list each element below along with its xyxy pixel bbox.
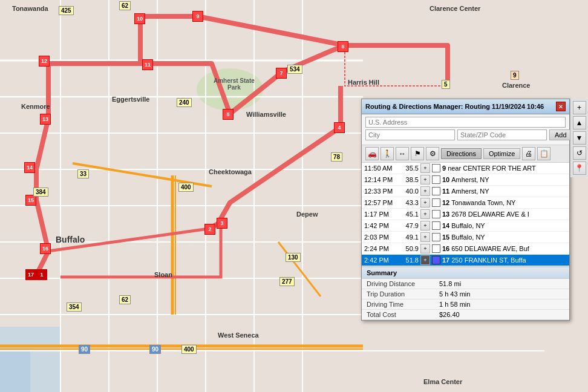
stop-marker-9: 9 (192, 11, 203, 22)
stop-time: 12:14 PM (364, 176, 399, 183)
summary-label: Trip Duration (367, 290, 439, 298)
stop-time: 1:17 PM (364, 211, 399, 218)
route-400: 400 (181, 345, 197, 354)
route-options-icon[interactable]: ↔ (396, 147, 409, 160)
person-icon[interactable]: 🚶 (381, 147, 394, 160)
stop-dist: 47.9 (399, 222, 419, 229)
summary-row-2: Driving Time 1 h 58 min (362, 299, 569, 310)
summary-header: Summary (362, 267, 569, 279)
panel-title: Routing & Directions Manager: Routing 11… (365, 103, 544, 110)
stop-marker-12: 12 (39, 56, 50, 67)
stops-list[interactable]: 11:50 AM 35.5 + 9 near CENTER FOR THE AR… (362, 163, 569, 267)
route-9: 9 (511, 71, 519, 80)
stop-number: 10 (442, 176, 449, 183)
stop-color-box (432, 256, 440, 264)
add-button[interactable]: Add (549, 129, 572, 140)
stop-expand-btn[interactable]: + (420, 175, 430, 185)
panel-close-button[interactable]: × (556, 102, 566, 111)
summary-value: 1 h 58 min (439, 301, 470, 308)
stop-row-8[interactable]: 2:42 PM 51.8 + 17 250 FRANKLIN ST, Buffa (362, 255, 569, 266)
stop-marker-7: 7 (276, 68, 287, 79)
stop-name: near CENTER FOR THE ART (448, 165, 567, 172)
stop-marker-3: 3 (217, 218, 227, 229)
route-33-1: 33 (77, 169, 89, 178)
stop-dist: 35.5 (399, 165, 419, 172)
stop-row-3[interactable]: 12:57 PM 43.3 + 12 Tonawanda Town, NY (362, 197, 569, 209)
stop-number: 13 (442, 211, 449, 218)
stop-name: Tonawanda Town, NY (451, 199, 567, 206)
stop-dist: 45.1 (399, 211, 419, 218)
routing-panel: Routing & Directions Manager: Routing 11… (361, 99, 570, 321)
stop-number: 16 (442, 245, 449, 252)
stop-expand-btn[interactable]: + (420, 186, 430, 196)
stop-name: Buffalo, NY (451, 222, 567, 229)
summary-row-0: Driving Distance 51.8 mi (362, 279, 569, 289)
svg-rect-3 (0, 351, 30, 392)
stop-name: Buffalo, NY (451, 234, 567, 241)
address-input[interactable] (365, 117, 566, 128)
stop-time: 11:50 AM (364, 165, 399, 172)
route-425: 425 (59, 6, 74, 15)
svg-point-1 (197, 68, 263, 111)
stop-marker-11: 11 (142, 59, 153, 70)
stop-time: 12:33 PM (364, 188, 399, 195)
stop-dist: 50.9 (399, 245, 419, 252)
summary-label: Driving Distance (367, 280, 439, 287)
stop-row-4[interactable]: 1:17 PM 45.1 + 13 2678 DELAWARE AVE & I (362, 209, 569, 220)
flag-icon[interactable]: ⚑ (411, 147, 424, 160)
stop-row-5[interactable]: 1:42 PM 47.9 + 14 Buffalo, NY (362, 220, 569, 232)
stop-expand-btn[interactable]: + (420, 244, 430, 253)
summary-row-1: Trip Duration 5 h 43 min (362, 289, 569, 299)
stop-marker-17: 17 (25, 269, 36, 280)
stop-row-7[interactable]: 2:24 PM 50.9 + 16 650 DELAWARE AVE, Buf (362, 243, 569, 255)
stop-row-0[interactable]: 11:50 AM 35.5 + 9 near CENTER FOR THE AR… (362, 163, 569, 174)
right-sidebar: + ▲ ▼ ↺ 📍 (570, 99, 588, 177)
route-384: 384 (33, 188, 48, 197)
map-pin-icon[interactable]: 📍 (573, 162, 586, 175)
stop-expand-btn[interactable]: + (420, 198, 430, 207)
stop-expand-btn[interactable]: + (420, 255, 430, 265)
stop-row-2[interactable]: 12:33 PM 40.0 + 11 Amherst, NY (362, 186, 569, 197)
route-90-1: 90 (79, 345, 90, 354)
stop-marker-1: 1 (36, 269, 47, 280)
down-icon[interactable]: ▼ (573, 131, 586, 145)
stop-expand-btn[interactable]: + (420, 163, 430, 173)
stop-dist: 43.3 (399, 199, 419, 206)
settings-icon[interactable]: ⚙ (426, 147, 439, 160)
stop-time: 2:42 PM (364, 256, 399, 264)
refresh-icon[interactable]: ↺ (573, 146, 586, 160)
stop-marker-4: 4 (334, 122, 345, 133)
route-62-bot: 62 (119, 295, 131, 304)
route-400-2: 400 (178, 183, 194, 192)
print-icon[interactable]: 🖨 (522, 147, 535, 160)
stop-number: 17 (442, 256, 449, 264)
zoom-in-icon[interactable]: + (573, 101, 586, 114)
stop-marker-10: 10 (134, 13, 145, 24)
export-icon[interactable]: 📋 (537, 147, 550, 160)
state-zip-input[interactable] (457, 129, 547, 140)
stop-marker-6: 6 (338, 41, 348, 52)
stop-marker-16: 16 (40, 243, 51, 254)
city-input[interactable] (365, 129, 455, 140)
route-78: 78 (331, 152, 342, 162)
panel-header: Routing & Directions Manager: Routing 11… (362, 99, 569, 114)
stop-color-box (432, 198, 440, 207)
optimize-button[interactable]: Optimize (483, 148, 520, 159)
summary-value: 51.8 mi (439, 280, 461, 287)
stop-row-1[interactable]: 12:14 PM 38.5 + 10 Amherst, NY (362, 174, 569, 186)
stop-expand-btn[interactable]: + (420, 221, 430, 230)
stop-number: 11 (442, 188, 449, 195)
directions-button[interactable]: Directions (441, 148, 482, 159)
summary-value: 5 h 43 min (439, 290, 470, 298)
stop-expand-btn[interactable]: + (420, 209, 430, 219)
route-534: 534 (287, 65, 302, 74)
summary-label: Total Cost (367, 311, 439, 318)
stop-expand-btn[interactable]: + (420, 232, 430, 242)
stop-number: 12 (442, 199, 449, 206)
stop-color-box (432, 164, 440, 172)
stop-row-6[interactable]: 2:03 PM 49.1 + 15 Buffalo, NY (362, 232, 569, 243)
up-icon[interactable]: ▲ (573, 116, 586, 129)
stop-dist: 38.5 (399, 176, 419, 183)
stop-color-box (432, 244, 440, 253)
car-icon[interactable]: 🚗 (365, 147, 379, 160)
